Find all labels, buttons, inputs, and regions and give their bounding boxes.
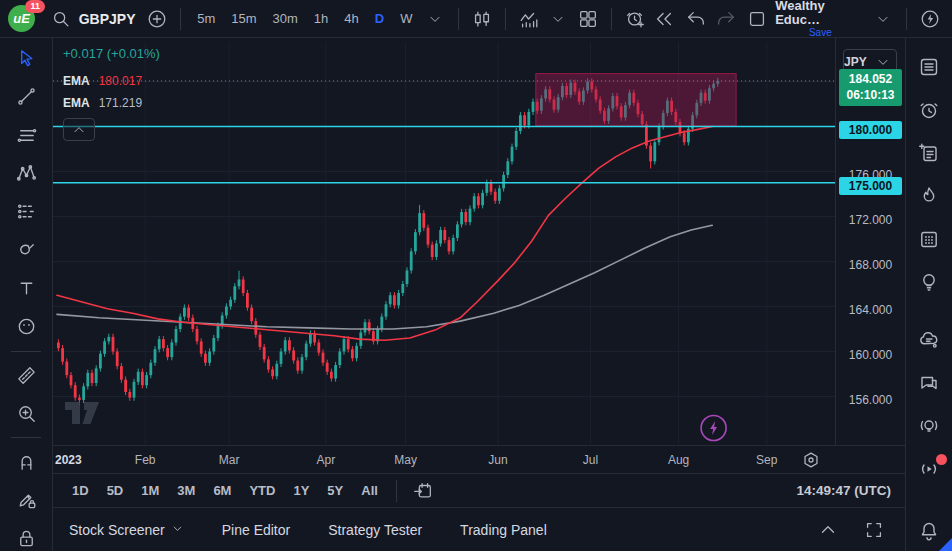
chart-pane[interactable]: +0.017 (+0.01%) EMA180.017EMA171.219 bbox=[53, 38, 835, 445]
time-label-may: May bbox=[394, 453, 417, 467]
time-label-jun: Jun bbox=[488, 453, 507, 467]
fib-retracement-icon[interactable] bbox=[11, 123, 41, 148]
footer-tab-label: Strategy Tester bbox=[328, 522, 422, 538]
chevron-up-icon bbox=[64, 115, 94, 145]
stay-in-drawing-icon[interactable] bbox=[11, 487, 41, 512]
interval-4h[interactable]: 4h bbox=[337, 6, 365, 31]
countdown-timer: 06:10:13 bbox=[839, 88, 902, 104]
time-label-mar: Mar bbox=[219, 453, 240, 467]
price-tick-label: 164.000 bbox=[839, 303, 902, 317]
pattern-icon[interactable] bbox=[11, 161, 41, 186]
emoji-icon[interactable] bbox=[11, 314, 41, 339]
create-alert-icon[interactable] bbox=[621, 4, 649, 34]
toolbar-divider bbox=[180, 8, 181, 30]
indicator-row[interactable]: EMA180.017 bbox=[63, 70, 160, 92]
multichart-layout-icon[interactable] bbox=[574, 4, 602, 34]
time-axis-settings-icon[interactable] bbox=[799, 448, 823, 472]
chevron-down-icon bbox=[171, 522, 184, 538]
footer-tab-stock-screener[interactable]: Stock Screener bbox=[69, 522, 184, 538]
indicator-templates-chevron-icon[interactable] bbox=[544, 4, 572, 34]
forecast-icon[interactable] bbox=[11, 199, 41, 224]
layout-title-block[interactable]: Wealthy Educ… Save bbox=[775, 0, 865, 38]
account-logo[interactable]: uE 11 bbox=[8, 5, 35, 32]
price-chart[interactable] bbox=[53, 42, 835, 445]
range-divider bbox=[396, 480, 397, 502]
save-layout-icon[interactable] bbox=[743, 4, 771, 34]
right-sidebar bbox=[905, 38, 952, 551]
bar-replay-icon[interactable] bbox=[650, 4, 678, 34]
footer-tab-label: Trading Panel bbox=[460, 522, 547, 538]
footer-tab-trading-panel[interactable]: Trading Panel bbox=[460, 522, 547, 538]
streams-icon[interactable] bbox=[914, 414, 944, 438]
zoom-in-icon[interactable] bbox=[11, 401, 41, 426]
text-icon[interactable] bbox=[11, 276, 41, 301]
expand-panel-icon[interactable] bbox=[813, 515, 843, 545]
legend-collapse-button[interactable] bbox=[63, 118, 95, 141]
indicators-icon[interactable] bbox=[515, 4, 543, 34]
indicator-row[interactable]: EMA171.219 bbox=[63, 92, 160, 114]
notes-icon[interactable] bbox=[914, 141, 944, 165]
toolbar-divider bbox=[611, 8, 612, 30]
maximize-panel-icon[interactable] bbox=[859, 515, 889, 545]
chat-icon[interactable] bbox=[914, 371, 944, 395]
chart-style-icon[interactable] bbox=[468, 4, 496, 34]
indicator-value: 171.219 bbox=[99, 96, 142, 110]
bottom-panel-tabs: Stock ScreenerPine EditorStrategy Tester… bbox=[53, 507, 905, 551]
interval-5m[interactable]: 5m bbox=[190, 6, 222, 31]
interval-W[interactable]: W bbox=[393, 6, 419, 31]
chart-legend: +0.017 (+0.01%) EMA180.017EMA171.219 bbox=[63, 46, 160, 141]
time-label-2023: 2023 bbox=[55, 453, 82, 467]
calendar-icon[interactable] bbox=[914, 227, 944, 251]
price-tick-label: 160.000 bbox=[839, 348, 902, 362]
hotlists-icon[interactable] bbox=[914, 184, 944, 208]
range-1y[interactable]: 1Y bbox=[286, 479, 316, 502]
range-6m[interactable]: 6M bbox=[206, 479, 238, 502]
compare-add-icon[interactable] bbox=[143, 4, 171, 34]
quick-actions-icon[interactable] bbox=[916, 4, 944, 34]
toolbar-divider bbox=[11, 437, 41, 438]
clock-utc[interactable]: 14:49:47 (UTC) bbox=[796, 483, 891, 498]
footer-tab-strategy-tester[interactable]: Strategy Tester bbox=[328, 522, 422, 538]
brush-icon[interactable] bbox=[11, 238, 41, 263]
watchlist-icon[interactable] bbox=[914, 55, 944, 79]
save-link[interactable]: Save bbox=[809, 27, 832, 38]
range-3m[interactable]: 3M bbox=[170, 479, 202, 502]
range-all[interactable]: All bbox=[354, 479, 385, 502]
range-5d[interactable]: 5D bbox=[100, 479, 131, 502]
ideas-icon[interactable] bbox=[914, 270, 944, 294]
interval-30m[interactable]: 30m bbox=[266, 6, 305, 31]
magnet-icon[interactable] bbox=[11, 449, 41, 474]
live-streams-icon[interactable] bbox=[914, 457, 944, 481]
alerts-icon[interactable] bbox=[914, 98, 944, 122]
layout-chevron-icon[interactable] bbox=[870, 4, 898, 34]
time-axis[interactable]: 2023FebMarAprMayJunJulAugSep bbox=[53, 445, 905, 473]
go-to-date-icon[interactable] bbox=[408, 476, 438, 506]
footer-tab-label: Stock Screener bbox=[69, 522, 165, 538]
interval-D[interactable]: D bbox=[368, 6, 391, 31]
indicator-value: 180.017 bbox=[99, 74, 142, 88]
price-axis[interactable]: JPY 184.05206:10:13180.000176.000175.000… bbox=[835, 38, 905, 445]
price-level-label: 175.000 bbox=[839, 177, 902, 195]
interval-1h[interactable]: 1h bbox=[307, 6, 335, 31]
range-1d[interactable]: 1D bbox=[65, 479, 96, 502]
trend-line-icon[interactable] bbox=[11, 84, 41, 109]
redo-icon[interactable] bbox=[712, 4, 740, 34]
indicator-legend: EMA180.017EMA171.219 bbox=[63, 70, 160, 114]
interval-15m[interactable]: 15m bbox=[224, 6, 263, 31]
search-icon[interactable] bbox=[47, 4, 75, 34]
current-price-label: 184.05206:10:13 bbox=[839, 69, 902, 106]
minds-icon[interactable] bbox=[914, 328, 944, 352]
undo-icon[interactable] bbox=[682, 4, 710, 34]
measure-icon[interactable] bbox=[11, 362, 41, 387]
time-label-apr: Apr bbox=[316, 453, 335, 467]
lock-all-drawings-icon[interactable] bbox=[11, 526, 41, 551]
range-5y[interactable]: 5Y bbox=[320, 479, 350, 502]
range-1m[interactable]: 1M bbox=[134, 479, 166, 502]
interval-chevron-down-icon[interactable] bbox=[421, 4, 449, 34]
layout-title[interactable]: Wealthy Educ… bbox=[775, 0, 865, 27]
range-ytd[interactable]: YTD bbox=[242, 479, 282, 502]
cursor-icon[interactable] bbox=[11, 46, 41, 71]
footer-tab-pine-editor[interactable]: Pine Editor bbox=[222, 522, 290, 538]
footer-tab-label: Pine Editor bbox=[222, 522, 290, 538]
symbol-name[interactable]: GBPJPY bbox=[79, 11, 136, 27]
